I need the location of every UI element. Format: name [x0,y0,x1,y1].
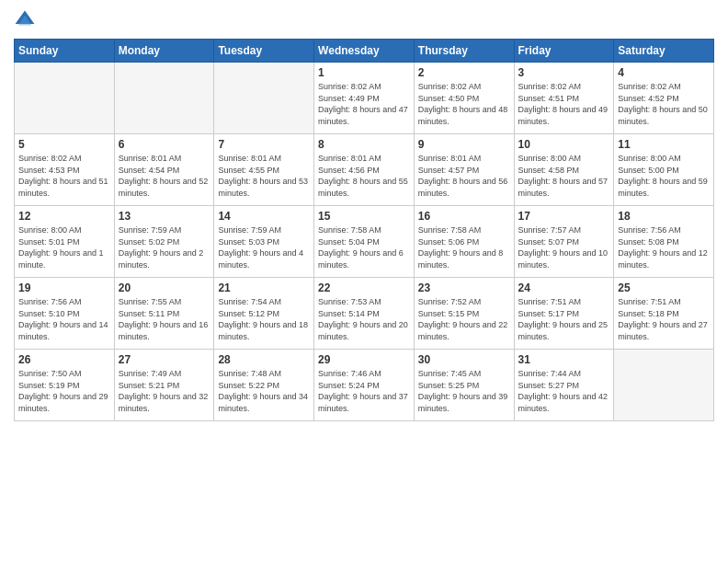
day-number: 1 [318,66,410,79]
day-info: Sunrise: 8:02 AM Sunset: 4:52 PM Dayligh… [618,81,710,127]
calendar-cell: 21Sunrise: 7:54 AM Sunset: 5:12 PM Dayli… [214,278,314,350]
day-info: Sunrise: 7:51 AM Sunset: 5:18 PM Dayligh… [618,296,710,342]
logo-icon [14,9,36,31]
day-info: Sunrise: 7:59 AM Sunset: 5:02 PM Dayligh… [119,224,210,270]
calendar-cell: 23Sunrise: 7:52 AM Sunset: 5:15 PM Dayli… [414,278,514,350]
day-info: Sunrise: 8:02 AM Sunset: 4:50 PM Dayligh… [418,81,510,127]
weekday-header-monday: Monday [114,40,214,63]
day-info: Sunrise: 7:52 AM Sunset: 5:15 PM Dayligh… [418,296,510,342]
day-number: 30 [418,353,510,366]
day-info: Sunrise: 7:44 AM Sunset: 5:27 PM Dayligh… [518,368,610,414]
day-info: Sunrise: 7:45 AM Sunset: 5:25 PM Dayligh… [418,368,510,414]
calendar-cell: 18Sunrise: 7:56 AM Sunset: 5:08 PM Dayli… [614,206,714,278]
calendar-week-2: 5Sunrise: 8:02 AM Sunset: 4:53 PM Daylig… [15,134,714,206]
day-number: 6 [119,138,210,151]
day-number: 31 [518,353,610,366]
calendar-cell: 26Sunrise: 7:50 AM Sunset: 5:19 PM Dayli… [15,350,115,421]
day-info: Sunrise: 7:56 AM Sunset: 5:08 PM Dayligh… [618,224,710,270]
calendar-cell: 10Sunrise: 8:00 AM Sunset: 4:58 PM Dayli… [514,134,614,206]
day-number: 20 [119,282,210,294]
calendar-cell: 8Sunrise: 8:01 AM Sunset: 4:56 PM Daylig… [314,134,415,206]
day-info: Sunrise: 7:57 AM Sunset: 5:07 PM Dayligh… [518,224,610,270]
calendar-cell: 28Sunrise: 7:48 AM Sunset: 5:22 PM Dayli… [214,350,314,421]
calendar-cell: 11Sunrise: 8:00 AM Sunset: 5:00 PM Dayli… [614,134,714,206]
day-number: 29 [318,353,410,366]
day-info: Sunrise: 7:48 AM Sunset: 5:22 PM Dayligh… [218,368,310,414]
calendar-cell: 20Sunrise: 7:55 AM Sunset: 5:11 PM Dayli… [114,278,214,350]
day-info: Sunrise: 7:59 AM Sunset: 5:03 PM Dayligh… [218,224,310,270]
calendar-cell [614,350,714,421]
day-info: Sunrise: 7:56 AM Sunset: 5:10 PM Dayligh… [18,296,110,342]
day-info: Sunrise: 8:01 AM Sunset: 4:55 PM Dayligh… [218,153,310,199]
day-number: 16 [418,210,510,223]
day-info: Sunrise: 8:02 AM Sunset: 4:53 PM Dayligh… [18,153,110,199]
calendar-cell: 27Sunrise: 7:49 AM Sunset: 5:21 PM Dayli… [114,350,214,421]
day-info: Sunrise: 7:54 AM Sunset: 5:12 PM Dayligh… [218,296,310,342]
day-info: Sunrise: 7:46 AM Sunset: 5:24 PM Dayligh… [318,368,410,414]
day-number: 28 [218,353,310,366]
day-number: 8 [318,138,410,151]
day-number: 13 [119,210,210,223]
day-info: Sunrise: 8:02 AM Sunset: 4:51 PM Dayligh… [518,81,610,127]
calendar-cell: 25Sunrise: 7:51 AM Sunset: 5:18 PM Dayli… [614,278,714,350]
calendar-week-4: 19Sunrise: 7:56 AM Sunset: 5:10 PM Dayli… [15,278,714,350]
day-info: Sunrise: 7:53 AM Sunset: 5:14 PM Dayligh… [318,296,410,342]
calendar-cell: 14Sunrise: 7:59 AM Sunset: 5:03 PM Dayli… [214,206,314,278]
weekday-header-row: SundayMondayTuesdayWednesdayThursdayFrid… [15,40,714,63]
day-info: Sunrise: 7:50 AM Sunset: 5:19 PM Dayligh… [18,368,110,414]
day-number: 21 [218,282,310,294]
day-number: 18 [618,210,710,223]
day-number: 22 [318,282,410,294]
calendar-week-1: 1Sunrise: 8:02 AM Sunset: 4:49 PM Daylig… [15,63,714,134]
day-number: 15 [318,210,410,223]
calendar-cell: 31Sunrise: 7:44 AM Sunset: 5:27 PM Dayli… [514,350,614,421]
day-info: Sunrise: 8:02 AM Sunset: 4:49 PM Dayligh… [318,81,410,127]
day-number: 25 [618,282,710,294]
day-info: Sunrise: 7:58 AM Sunset: 5:04 PM Dayligh… [318,224,410,270]
weekday-header-saturday: Saturday [614,40,714,63]
calendar-cell: 19Sunrise: 7:56 AM Sunset: 5:10 PM Dayli… [15,278,115,350]
weekday-header-wednesday: Wednesday [314,40,415,63]
calendar-cell: 5Sunrise: 8:02 AM Sunset: 4:53 PM Daylig… [15,134,115,206]
day-number: 7 [218,138,310,151]
calendar-cell: 15Sunrise: 7:58 AM Sunset: 5:04 PM Dayli… [314,206,415,278]
day-number: 5 [18,138,110,151]
calendar-week-3: 12Sunrise: 8:00 AM Sunset: 5:01 PM Dayli… [15,206,714,278]
calendar-cell: 4Sunrise: 8:02 AM Sunset: 4:52 PM Daylig… [614,63,714,134]
calendar-cell: 16Sunrise: 7:58 AM Sunset: 5:06 PM Dayli… [414,206,514,278]
calendar-cell [214,63,314,134]
day-info: Sunrise: 8:01 AM Sunset: 4:57 PM Dayligh… [418,153,510,199]
day-number: 4 [618,66,710,79]
day-number: 23 [418,282,510,294]
calendar-cell: 6Sunrise: 8:01 AM Sunset: 4:54 PM Daylig… [114,134,214,206]
calendar-cell: 1Sunrise: 8:02 AM Sunset: 4:49 PM Daylig… [314,63,415,134]
calendar-cell: 3Sunrise: 8:02 AM Sunset: 4:51 PM Daylig… [514,63,614,134]
day-info: Sunrise: 8:01 AM Sunset: 4:54 PM Dayligh… [119,153,210,199]
day-number: 27 [119,353,210,366]
calendar-cell: 24Sunrise: 7:51 AM Sunset: 5:17 PM Dayli… [514,278,614,350]
calendar-cell: 7Sunrise: 8:01 AM Sunset: 4:55 PM Daylig… [214,134,314,206]
weekday-header-tuesday: Tuesday [214,40,314,63]
day-info: Sunrise: 7:49 AM Sunset: 5:21 PM Dayligh… [119,368,210,414]
day-number: 3 [518,66,610,79]
day-number: 17 [518,210,610,223]
calendar-cell [114,63,214,134]
header [14,9,714,31]
calendar-cell: 17Sunrise: 7:57 AM Sunset: 5:07 PM Dayli… [514,206,614,278]
day-number: 26 [18,353,110,366]
day-info: Sunrise: 7:58 AM Sunset: 5:06 PM Dayligh… [418,224,510,270]
weekday-header-thursday: Thursday [414,40,514,63]
day-info: Sunrise: 7:55 AM Sunset: 5:11 PM Dayligh… [119,296,210,342]
calendar-cell: 12Sunrise: 8:00 AM Sunset: 5:01 PM Dayli… [15,206,115,278]
calendar-week-5: 26Sunrise: 7:50 AM Sunset: 5:19 PM Dayli… [15,350,714,421]
page-container: SundayMondayTuesdayWednesdayThursdayFrid… [0,0,728,431]
calendar-cell: 30Sunrise: 7:45 AM Sunset: 5:25 PM Dayli… [414,350,514,421]
weekday-header-friday: Friday [514,40,614,63]
day-number: 14 [218,210,310,223]
weekday-header-sunday: Sunday [15,40,115,63]
day-info: Sunrise: 8:00 AM Sunset: 5:00 PM Dayligh… [618,153,710,199]
day-info: Sunrise: 8:01 AM Sunset: 4:56 PM Dayligh… [318,153,410,199]
day-number: 19 [18,282,110,294]
day-number: 9 [418,138,510,151]
day-info: Sunrise: 7:51 AM Sunset: 5:17 PM Dayligh… [518,296,610,342]
